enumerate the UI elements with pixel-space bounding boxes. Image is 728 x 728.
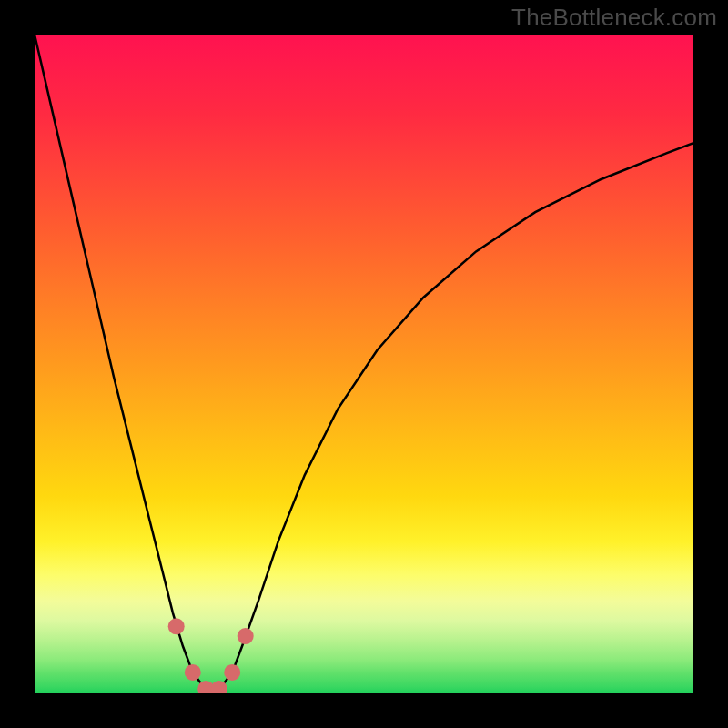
plot-area [35,35,693,693]
threshold-marker [168,618,185,634]
threshold-markers [168,618,254,693]
threshold-marker [238,628,254,644]
threshold-marker [185,664,201,681]
chart-overlay [35,35,693,693]
outer-frame: TheBottleneck.com [0,0,728,728]
watermark-text: TheBottleneck.com [511,4,717,32]
threshold-marker [224,664,240,681]
bottleneck-curve [35,35,693,693]
